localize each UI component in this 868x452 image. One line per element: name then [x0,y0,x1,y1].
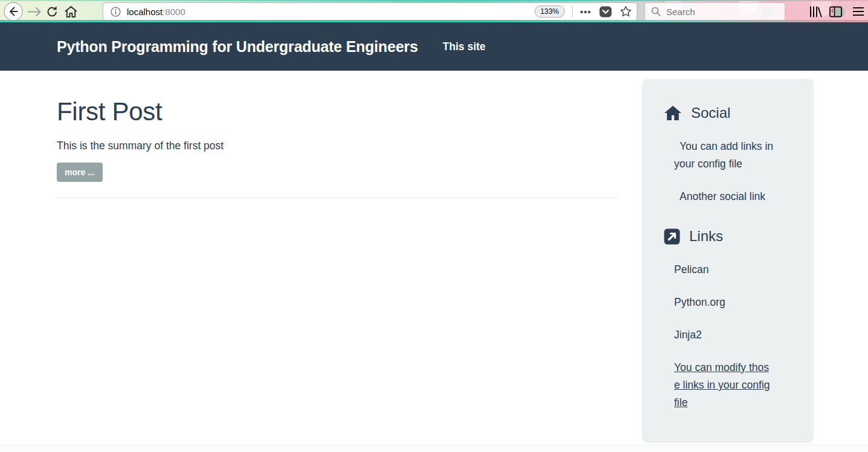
sidebar-well: Social You can add links in your config … [642,79,814,443]
url-host: localhost [127,7,162,17]
article-divider [57,198,617,198]
sidebar-link-jinja2[interactable]: Jinja2 [674,329,702,341]
page-actions-icon[interactable]: ••• [580,7,591,17]
zoom-level-badge[interactable]: 133% [535,5,565,18]
sidebar-link-modify-config[interactable]: You can modify those links in your confi… [674,361,770,408]
home-icon [64,5,78,18]
search-bar[interactable] [645,2,785,21]
list-item: You can add links in your config file [674,138,784,173]
site-title-link[interactable]: Python Programming for Undergraduate Eng… [57,38,418,56]
main-content: First Post This is the summary of the fi… [57,71,617,198]
hamburger-menu-icon [852,7,864,16]
external-link-icon [664,228,680,245]
search-input[interactable] [666,7,763,17]
library-icon [809,6,822,18]
links-list: Pelican Python.org Jinja2 You can modify… [664,261,802,412]
forward-arrow-icon [27,7,41,17]
home-button[interactable] [63,0,79,23]
social-link[interactable]: You can add links in your config file [674,140,773,170]
home-icon [664,105,682,121]
sidebar-link-pelican[interactable]: Pelican [674,263,709,276]
search-icon [651,7,661,16]
nav-link-this-site[interactable]: This site [443,40,486,53]
list-item: Jinja2 [674,326,784,344]
forward-button[interactable] [27,0,41,23]
browser-toolbar: localhost:8000 133% ••• [0,0,868,23]
footer-strip [0,444,868,452]
sidebar-toggle-icon [829,6,842,18]
url-bar[interactable]: localhost:8000 133% ••• [103,2,637,21]
sidebar-link-python-org[interactable]: Python.org [674,296,725,308]
back-arrow-icon [3,1,24,22]
back-button[interactable] [3,0,24,23]
reload-icon [46,5,59,18]
list-item: Pelican [674,261,784,279]
url-port: :8000 [162,7,185,17]
social-heading-label: Social [691,105,730,121]
read-more-button[interactable]: more ... [57,163,103,182]
url-text[interactable]: localhost:8000 [127,7,535,17]
site-navbar: Python Programming for Undergraduate Eng… [0,23,868,71]
post-title-link[interactable]: First Post [57,97,617,126]
bookmark-star-icon[interactable] [620,5,632,18]
reload-button[interactable] [45,0,59,23]
menu-button[interactable] [850,0,866,23]
links-section-heading: Links [664,228,802,245]
library-button[interactable] [808,0,823,23]
list-item: Another social link [674,188,784,205]
post-summary: This is the summary of the first post [57,140,617,152]
url-bar-separator [572,5,573,18]
social-link[interactable]: Another social link [680,190,765,202]
sidebar-toggle-button[interactable] [828,0,843,23]
pocket-icon[interactable] [599,6,612,18]
social-section-heading: Social [664,105,802,121]
links-heading-label: Links [689,228,723,245]
social-links-list: You can add links in your config file An… [664,138,802,205]
info-icon[interactable] [111,7,121,17]
list-item: You can modify those links in your confi… [674,359,774,412]
list-item: Python.org [674,294,784,311]
